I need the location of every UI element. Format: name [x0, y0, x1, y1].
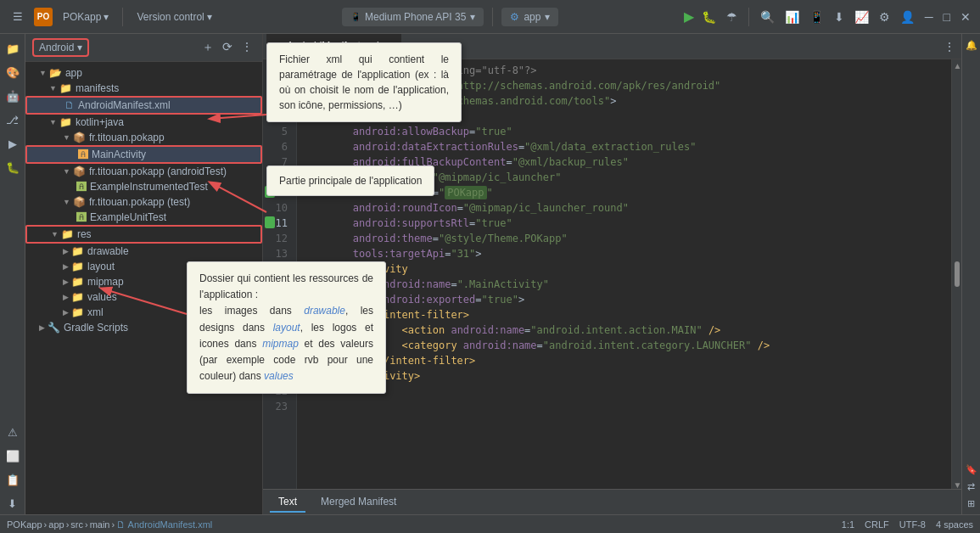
android-icon[interactable]: 🤖: [2, 85, 24, 107]
tree-item-unit-test[interactable]: 🅰 ExampleUnitTest: [25, 210, 262, 225]
resource-manager-icon[interactable]: 🎨: [2, 61, 24, 83]
add-icon[interactable]: ＋: [199, 37, 216, 58]
hamburger-menu-icon[interactable]: ☰: [7, 6, 29, 28]
notifications-icon[interactable]: 🔔: [964, 37, 979, 53]
problems-icon[interactable]: ⚠: [2, 421, 24, 443]
scroll-up-icon[interactable]: ▲: [954, 61, 960, 68]
app-logo: PO: [34, 8, 53, 26]
device-mirror-icon[interactable]: 📊: [782, 8, 802, 26]
res-tooltip: Dossier qui contient les ressources de l…: [187, 261, 386, 394]
indent-size[interactable]: 4 spaces: [936, 519, 973, 530]
manifest-tooltip-text: Fichier xml qui contient le paramétrage …: [279, 53, 449, 111]
tree-item-manifest-xml[interactable]: 🗋 AndroidManifest.xml: [25, 96, 262, 115]
tab-merged-manifest[interactable]: Merged Manifest: [312, 492, 405, 513]
avd-manager-icon[interactable]: 📱: [807, 8, 826, 26]
bookmark-icon[interactable]: 🔖: [964, 462, 979, 477]
scroll-down-icon[interactable]: ▼: [954, 480, 960, 487]
version-control-dropdown[interactable]: Version control ▾: [132, 8, 216, 25]
search-everywhere-icon[interactable]: 🔍: [758, 8, 777, 26]
folder-icon: 📁: [71, 261, 84, 272]
folder-icon: 📁: [71, 306, 84, 318]
account-icon[interactable]: 👤: [898, 8, 917, 26]
main-activity-tooltip: Partie principale de l'application: [266, 166, 434, 196]
code-line-15: <activity: [304, 261, 944, 277]
tree-item-instrumented-test[interactable]: 🅰 ExampleInstrumentedTest: [25, 179, 262, 194]
debug-side-icon[interactable]: 🐛: [2, 156, 24, 178]
run-icon[interactable]: ▶: [2, 132, 24, 154]
tree-item-android-test[interactable]: ▼ 📦 fr.titouan.pokapp (androidTest): [25, 164, 262, 179]
item-label: res: [77, 228, 92, 240]
breadcrumb-item-main[interactable]: main: [90, 519, 110, 530]
sdk-manager-icon[interactable]: ⬇: [832, 8, 847, 26]
code-line-11: android:roundIcon="@mipmap/ic_launcher_r…: [304, 200, 944, 216]
code-line-18: <intent-filter>: [304, 307, 944, 323]
device-selector[interactable]: 📱 Medium Phone API 35 ▾: [342, 8, 484, 26]
more-options-icon[interactable]: ⋮: [238, 37, 255, 58]
right-icon-bar: 🔔 🔖 ⇄ ⊞: [961, 34, 980, 514]
android-view-dropdown[interactable]: Android ▾: [32, 38, 89, 57]
code-line-14: tools:targetApi="31">: [304, 246, 944, 261]
scrollbar[interactable]: ▲ ▼: [951, 59, 961, 489]
folder-icon: 📁: [59, 116, 72, 128]
encoding[interactable]: UTF-8: [899, 519, 926, 530]
folder-icon: 📁: [71, 245, 84, 257]
main-activity-tooltip-text: Partie principale de l'application: [279, 175, 422, 187]
breadcrumb-item-src[interactable]: src: [70, 519, 83, 530]
drawable-link: drawable: [304, 305, 345, 317]
item-label: xml: [87, 306, 104, 318]
diff-icon[interactable]: ⇄: [964, 479, 979, 494]
package-icon: 📦: [73, 132, 86, 143]
expand-arrow: ▶: [39, 323, 45, 332]
tree-item-drawable[interactable]: ▶ 📁 drawable: [25, 244, 262, 259]
run-button[interactable]: ▶: [684, 8, 694, 25]
item-label: ExampleUnitTest: [90, 211, 166, 223]
maximize-icon[interactable]: □: [941, 8, 953, 26]
gradle-icon: 🔧: [48, 322, 60, 334]
settings-icon[interactable]: ⚙: [876, 8, 893, 26]
breadcrumb-item-file[interactable]: 🗋 AndroidManifest.xml: [116, 519, 212, 530]
breadcrumb-item-app[interactable]: POKapp: [7, 519, 42, 530]
expand-arrow: ▶: [63, 247, 69, 255]
item-label: MainActivity: [92, 149, 146, 160]
editor-settings-icon[interactable]: ⋮: [941, 37, 958, 56]
project-view-icon[interactable]: 📁: [2, 37, 24, 59]
layout-icon[interactable]: ⊞: [964, 496, 979, 511]
line-ending[interactable]: CRLF: [865, 519, 889, 530]
tree-item-unit-test-package[interactable]: ▼ 📦 fr.titouan.pokapp (test): [25, 194, 262, 210]
git-icon[interactable]: ⎇: [2, 109, 24, 131]
tree-item-app[interactable]: ▼ 📂 app: [25, 65, 262, 81]
item-label: manifests: [76, 82, 119, 94]
debug-button[interactable]: 🐛: [699, 8, 719, 26]
cursor-position[interactable]: 1:1: [842, 519, 854, 530]
run-config-dropdown[interactable]: ⚙ app ▾: [501, 8, 558, 26]
logcat-icon[interactable]: 📋: [2, 468, 24, 491]
tree-item-res[interactable]: ▼ 📁 res: [25, 225, 262, 244]
tab-text[interactable]: Text: [270, 492, 305, 513]
minimize-icon[interactable]: ─: [922, 8, 936, 26]
code-line-6: android:allowBackup="true": [304, 124, 944, 139]
terminal-icon[interactable]: ⬜: [2, 445, 24, 467]
left-icon-bar: 📁 🎨 🤖 ⎇ ▶ 🐛 ⚠ ⬜ 📋 ⬇: [0, 34, 25, 514]
code-line-16: android:name=".MainActivity": [304, 277, 944, 292]
app-name-dropdown[interactable]: POKapp ▾: [58, 8, 114, 25]
close-icon[interactable]: ✕: [958, 8, 973, 26]
tree-item-manifests[interactable]: ▼ 📁 manifests: [25, 81, 262, 96]
values-link: values: [264, 370, 294, 382]
folder-icon: 📁: [71, 291, 84, 303]
separator-1: [122, 8, 123, 26]
expand-arrow: ▼: [63, 167, 70, 176]
code-content[interactable]: <?xml version="1.0" encoding="utf-8"?> <…: [297, 59, 951, 489]
scroll-thumb[interactable]: [955, 261, 960, 287]
package-icon: 📦: [73, 166, 86, 177]
test-icon: 🅰: [76, 211, 87, 223]
tree-item-kotlin-java[interactable]: ▼ 📁 kotlin+java: [25, 115, 262, 130]
tree-item-package[interactable]: ▼ 📦 fr.titouan.pokapp: [25, 130, 262, 145]
sync-icon[interactable]: ⟳: [220, 37, 235, 58]
breadcrumb-item-app2[interactable]: app: [48, 519, 64, 530]
bottom-panel-icon[interactable]: ⬇: [2, 492, 24, 514]
item-label: mipmap: [87, 276, 124, 288]
coverage-button[interactable]: ☂: [724, 8, 740, 26]
expand-arrow: ▶: [63, 308, 69, 317]
profiler-icon[interactable]: 📈: [852, 8, 871, 26]
tree-item-main-activity[interactable]: 🅰 MainActivity: [25, 145, 262, 164]
